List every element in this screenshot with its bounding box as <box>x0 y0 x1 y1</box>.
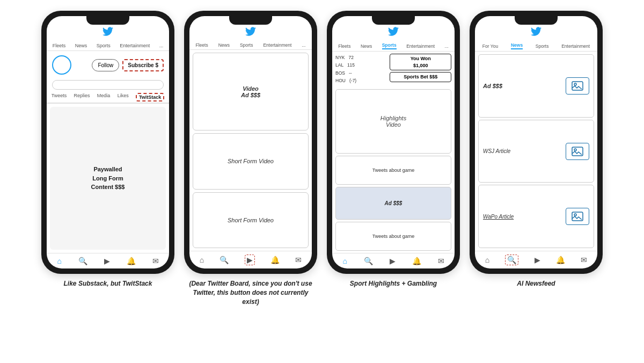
home-icon-2[interactable]: ⌂ <box>200 256 204 264</box>
p1-tabs: Tweets Replies Media Likes TwitStack <box>47 91 169 104</box>
score-bos-hou: BOS --HOU (-7) <box>335 69 386 85</box>
tab-twitstack[interactable]: TwitStack <box>136 93 164 101</box>
bell-icon-2[interactable]: 🔔 <box>270 256 280 264</box>
video-icon-4[interactable]: ▶ <box>535 256 540 264</box>
ad-news-card[interactable]: Ad $$$ <box>478 54 594 118</box>
tab-likes[interactable]: Likes <box>118 93 129 101</box>
scores-bets: You Won$1,000 Sports Bet $$$ <box>390 54 451 85</box>
p2-nav-news[interactable]: News <box>218 42 230 48</box>
mail-icon-2[interactable]: ✉ <box>295 256 302 264</box>
phone-screen-3: Fleets News Sports Entertainment ... NYK… <box>332 16 455 268</box>
p4-top-nav: For You News Sports Entertainment <box>475 41 597 52</box>
video-icon-2[interactable]: ▶ <box>245 255 255 265</box>
tweets-game-2[interactable]: Tweets about game <box>335 222 451 251</box>
p1-nav-sports[interactable]: Sports <box>97 43 111 48</box>
home-icon-4[interactable]: ⌂ <box>485 256 489 264</box>
wsj-image <box>566 143 589 160</box>
tab-tweets[interactable]: Tweets <box>52 93 67 101</box>
tweets-label-1: Tweets about game <box>372 168 415 173</box>
p4-nav-sports[interactable]: Sports <box>536 43 549 49</box>
phone-newsfeed: For You News Sports Entertainment Ad $$$ <box>470 11 603 288</box>
phone-screen-1: Fleets News Sports Entertainment ... Fol… <box>47 16 169 268</box>
svg-point-1 <box>574 83 576 85</box>
short-form-label-2: Short Form Video <box>228 217 274 223</box>
video-ad-card[interactable]: VideoAd $$$ <box>193 53 309 130</box>
twitter-logo-4 <box>475 27 597 39</box>
highlights-video-card[interactable]: HighlightsVideo <box>335 89 451 154</box>
video-ad-label: VideoAd $$$ <box>241 85 260 98</box>
wapo-article-card[interactable]: WaPo Article <box>478 185 594 248</box>
bell-icon-4[interactable]: 🔔 <box>556 256 565 264</box>
search-icon[interactable]: 🔍 <box>78 257 87 265</box>
bell-icon-3[interactable]: 🔔 <box>412 257 421 265</box>
twitter-logo-1 <box>47 27 169 39</box>
p2-nav-entertainment[interactable]: Entertainment <box>263 42 291 48</box>
caption-twitstack: Like Substack, but TwitStack <box>64 279 152 288</box>
mail-icon[interactable]: ✉ <box>152 257 159 265</box>
search-icon-2[interactable]: 🔍 <box>219 256 229 264</box>
tab-replies[interactable]: Replies <box>74 93 90 101</box>
home-icon-3[interactable]: ⌂ <box>342 257 347 265</box>
phone-twitstack: Fleets News Sports Entertainment ... Fol… <box>41 11 174 288</box>
p3-nav-entertainment[interactable]: Entertainment <box>406 43 435 49</box>
svg-point-3 <box>574 149 576 151</box>
phone-sports: Fleets News Sports Entertainment ... NYK… <box>327 11 460 288</box>
follow-button[interactable]: Follow <box>92 59 119 71</box>
p2-nav-sports[interactable]: Sports <box>240 42 253 48</box>
p1-profile-section: Follow Subscribe $ <box>47 51 169 79</box>
tweets-game-1[interactable]: Tweets about game <box>335 156 451 185</box>
ad-news-image <box>566 77 589 95</box>
caption-video: (Dear Twitter Board, since you don't use… <box>189 279 312 306</box>
p1-search-bar[interactable] <box>52 80 164 90</box>
video-icon-3[interactable]: ▶ <box>390 257 396 265</box>
phone-frame-2: Fleets News Sports Entertainment ... Vid… <box>184 11 317 274</box>
p3-nav-news[interactable]: News <box>361 43 372 49</box>
wsj-article-card[interactable]: WSJ Article <box>478 120 594 183</box>
home-icon[interactable]: ⌂ <box>57 257 61 265</box>
twitter-logo-3 <box>332 27 455 39</box>
p3-nav-fleets[interactable]: Fleets <box>338 43 350 49</box>
avatar <box>52 55 71 75</box>
p1-paywalled-content: PaywalledLong FormContent $$$ <box>50 107 166 250</box>
phone-frame-4: For You News Sports Entertainment Ad $$$ <box>470 11 603 274</box>
p2-nav-more[interactable]: ... <box>302 42 305 48</box>
p4-nav-foryou[interactable]: For You <box>482 43 498 49</box>
svg-point-5 <box>574 214 576 216</box>
p1-content-label: PaywalledLong FormContent $$$ <box>91 165 125 192</box>
search-icon-4[interactable]: 🔍 <box>505 255 518 265</box>
p3-nav-sports[interactable]: Sports <box>382 42 397 49</box>
p3-nav-more[interactable]: ... <box>445 43 449 49</box>
ad-card-sports[interactable]: Ad $$$ <box>335 187 451 220</box>
p2-video-feed: VideoAd $$$ Short Form Video Short Form … <box>189 50 312 251</box>
mail-icon-4[interactable]: ✉ <box>581 256 587 264</box>
video-icon[interactable]: ▶ <box>104 257 110 265</box>
bet-won[interactable]: You Won$1,000 <box>390 54 451 70</box>
p1-bottom-nav: ⌂ 🔍 ▶ 🔔 ✉ <box>47 253 169 268</box>
p4-nav-news[interactable]: News <box>511 42 523 49</box>
wapo-image <box>566 208 589 225</box>
notch-3 <box>372 16 415 25</box>
p4-nav-entertainment[interactable]: Entertainment <box>561 43 590 49</box>
p1-nav-fleets[interactable]: Fleets <box>53 43 66 48</box>
p1-nav-news[interactable]: News <box>75 43 87 48</box>
ad-news-label: Ad $$$ <box>483 83 561 89</box>
p2-top-nav: Fleets News Sports Entertainment ... <box>189 41 312 50</box>
short-form-video-2[interactable]: Short Form Video <box>193 192 309 248</box>
bell-icon[interactable]: 🔔 <box>127 257 136 265</box>
caption-newsfeed: AI Newsfeed <box>517 279 555 288</box>
caption-sports: Sport Highlights + Gambling <box>350 279 437 288</box>
bet-sports[interactable]: Sports Bet $$$ <box>390 72 451 82</box>
phones-container: Fleets News Sports Entertainment ... Fol… <box>41 11 603 306</box>
p2-bottom-nav: ⌂ 🔍 ▶ 🔔 ✉ <box>189 251 312 268</box>
subscribe-button[interactable]: Subscribe $ <box>122 59 164 71</box>
mail-icon-3[interactable]: ✉ <box>438 257 444 265</box>
notch-1 <box>86 16 129 25</box>
tab-media[interactable]: Media <box>97 93 111 101</box>
tweets-label-2: Tweets about game <box>372 234 415 239</box>
p1-nav-more[interactable]: ... <box>159 43 164 48</box>
short-form-video-1[interactable]: Short Form Video <box>193 133 309 189</box>
notch-2 <box>229 16 272 25</box>
p2-nav-fleets[interactable]: Fleets <box>195 42 208 48</box>
search-icon-3[interactable]: 🔍 <box>364 257 373 265</box>
p1-nav-entertainment[interactable]: Entertainment <box>120 43 150 48</box>
